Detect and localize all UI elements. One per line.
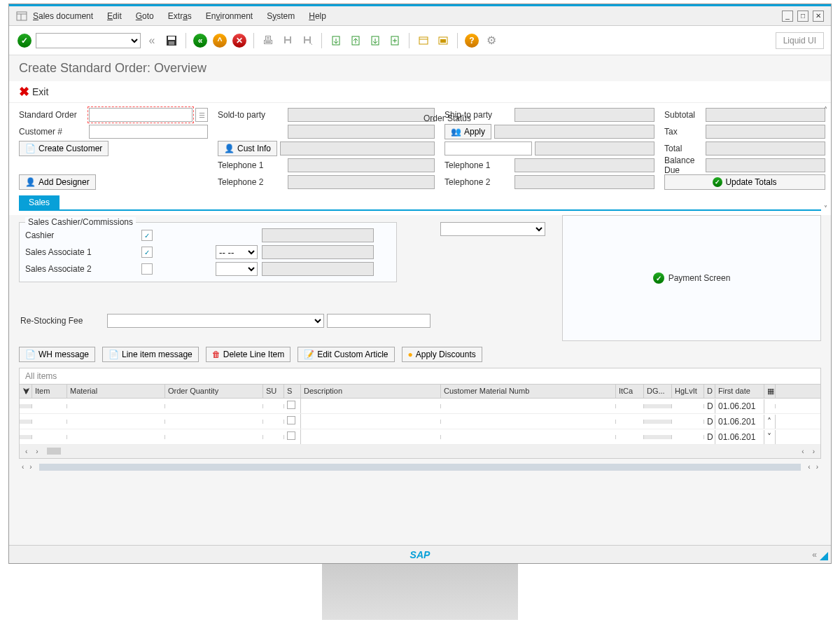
customer-num-input[interactable]: [89, 125, 208, 139]
col-material[interactable]: Material: [67, 385, 165, 398]
wh-message-button[interactable]: 📄WH message: [19, 347, 95, 362]
ship-to-input[interactable]: [514, 108, 654, 122]
delete-line-button[interactable]: 🗑Delete Line Item: [206, 347, 290, 362]
cust-info-button[interactable]: 👤Cust Info: [218, 141, 277, 156]
assoc1-checkbox[interactable]: ✓: [141, 247, 153, 258]
col-firstdate[interactable]: First date: [715, 385, 764, 398]
col-hglvit[interactable]: HgLvIt: [672, 385, 704, 398]
settings-icon[interactable]: ⚙: [483, 32, 500, 49]
label-balance: Balance Due: [664, 156, 703, 175]
col-selector[interactable]: ⮟: [20, 385, 32, 398]
add-designer-button[interactable]: 👤Add Designer: [19, 174, 96, 190]
back-button[interactable]: «: [192, 32, 209, 49]
menu-sales-document[interactable]: SSales documentales document: [33, 11, 93, 21]
shortcut-icon[interactable]: [435, 32, 451, 49]
save-icon[interactable]: [163, 32, 180, 49]
assoc1-select[interactable]: -- --: [216, 245, 258, 259]
tab-sales[interactable]: Sales: [19, 195, 59, 209]
scroll-up-icon[interactable]: ˄: [821, 106, 830, 113]
scroll-down-icon[interactable]: ˅: [821, 205, 830, 212]
maximize-button[interactable]: □: [797, 11, 808, 22]
payment-screen-button[interactable]: Payment Screen: [668, 273, 731, 283]
up-button[interactable]: ^: [211, 32, 228, 49]
restock-value[interactable]: [327, 314, 430, 328]
col-su[interactable]: SU: [263, 385, 284, 398]
first-page-icon[interactable]: [328, 32, 344, 49]
row-checkbox[interactable]: [287, 431, 295, 440]
search-help-icon[interactable]: ☰: [195, 108, 208, 122]
app-menu-icon[interactable]: [16, 11, 27, 22]
exit-button[interactable]: ✖Exit: [19, 84, 48, 99]
table-row[interactable]: D01.06.201˄: [20, 414, 820, 429]
col-dg[interactable]: DG...: [644, 385, 672, 398]
col-d[interactable]: D: [704, 385, 715, 398]
cashier-checkbox[interactable]: ✓: [141, 230, 153, 241]
row-checkbox[interactable]: [287, 416, 295, 424]
menu-system[interactable]: System: [267, 11, 295, 21]
sold-to-input[interactable]: [288, 108, 435, 122]
ship-to-ref-input[interactable]: [444, 141, 532, 156]
label-tax: Tax: [664, 127, 703, 137]
expand-icon[interactable]: «: [812, 550, 817, 560]
new-session-icon[interactable]: [415, 32, 432, 49]
back-double-icon[interactable]: «: [144, 32, 160, 49]
assoc2-checkbox[interactable]: [141, 263, 153, 275]
table-row[interactable]: D01.06.201˅: [20, 429, 820, 445]
main-scroll-right2[interactable]: ›: [813, 463, 821, 471]
grid-scroll-right[interactable]: ›: [33, 448, 41, 455]
prev-page-icon[interactable]: [347, 32, 364, 49]
col-s[interactable]: S: [284, 385, 301, 398]
x-icon: ✖: [19, 84, 29, 99]
liquid-ui-button[interactable]: Liquid UI: [776, 32, 824, 49]
menu-edit[interactable]: Edit: [107, 11, 122, 21]
main-scroll-left2[interactable]: ‹: [805, 463, 813, 471]
grid-scroll-left2[interactable]: ‹: [799, 448, 806, 455]
label-sold-to: Sold-to party: [218, 110, 285, 120]
col-qty[interactable]: Order Quantity: [165, 385, 263, 398]
menu-environment[interactable]: Environment: [206, 11, 253, 21]
standard-order-input[interactable]: [89, 108, 192, 122]
next-page-icon[interactable]: [367, 32, 384, 49]
person-add-icon: 👤: [25, 177, 36, 187]
minimize-button[interactable]: _: [782, 11, 793, 22]
grid-scrollbar-thumb[interactable]: [47, 448, 61, 455]
line-item-message-button[interactable]: 📄Line item message: [102, 347, 199, 362]
apply-discounts-button[interactable]: ●Apply Discounts: [402, 347, 482, 362]
last-page-icon[interactable]: [386, 32, 403, 49]
enter-button[interactable]: ✓: [16, 32, 33, 49]
grid-scroll-right2[interactable]: ›: [810, 448, 818, 455]
update-totals-button[interactable]: ✓Update Totals: [664, 174, 825, 190]
menu-goto[interactable]: Goto: [136, 11, 154, 21]
resize-corner[interactable]: [820, 552, 828, 560]
cancel-button[interactable]: ✕: [231, 32, 248, 49]
commissions-title: Sales Cashier/Commissions: [25, 217, 136, 227]
create-customer-button[interactable]: 📄Create Customer: [19, 141, 108, 156]
svg-rect-0: [17, 12, 27, 20]
restock-select[interactable]: [107, 314, 324, 328]
discount-icon: ●: [408, 350, 413, 359]
row-checkbox[interactable]: [287, 401, 295, 409]
edit-article-button[interactable]: 📝Edit Custom Article: [298, 347, 394, 362]
menu-extras[interactable]: Extras: [168, 11, 192, 21]
command-field[interactable]: [36, 33, 141, 48]
col-itca[interactable]: ItCa: [616, 385, 644, 398]
main-scrollbar[interactable]: [39, 464, 802, 471]
find-icon[interactable]: [279, 32, 296, 49]
assoc2-select[interactable]: [216, 262, 258, 276]
subtotal-input: [706, 108, 825, 122]
col-item[interactable]: Item: [32, 385, 67, 398]
find-next-icon[interactable]: [299, 32, 316, 49]
apply-button[interactable]: 👥Apply: [444, 124, 491, 139]
main-scroll-right[interactable]: ›: [27, 463, 34, 471]
order-status-select[interactable]: [440, 222, 545, 236]
col-custmat[interactable]: Customer Material Numb: [441, 385, 616, 398]
col-desc[interactable]: Description: [301, 385, 441, 398]
main-scroll-left[interactable]: ‹: [19, 463, 27, 471]
grid-scroll-left[interactable]: ‹: [22, 448, 30, 455]
menu-help[interactable]: Help: [309, 11, 326, 21]
print-icon[interactable]: 🖶: [260, 32, 276, 49]
col-config-icon[interactable]: ▦: [764, 385, 776, 398]
close-button[interactable]: ✕: [813, 11, 824, 22]
table-row[interactable]: D01.06.201: [20, 399, 820, 414]
help-icon[interactable]: ?: [463, 32, 480, 49]
